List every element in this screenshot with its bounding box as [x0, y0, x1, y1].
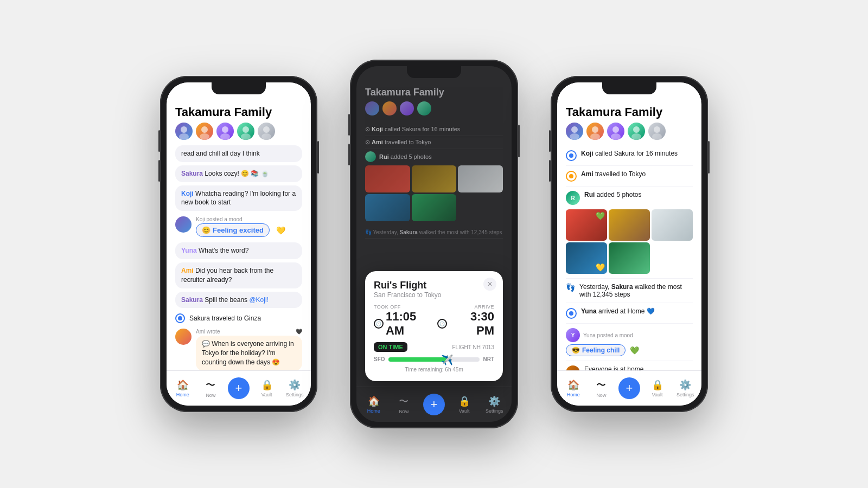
nav-home-2[interactable]: 🏠 Home — [359, 395, 389, 414]
nav-add-1[interactable]: + — [225, 377, 253, 399]
rui-feed-avatar: R — [566, 191, 580, 205]
chat-msg-4: Yuna What's the word? — [175, 242, 302, 259]
nav-now-label-3: Now — [596, 393, 606, 398]
flight-number: FLIGHT NH 7013 — [452, 344, 494, 350]
dark-avatar-2 — [382, 101, 397, 115]
settings-icon-2: ⚙️ — [488, 395, 500, 407]
nav-now-label-1: Now — [206, 393, 215, 398]
svg-point-13 — [590, 133, 600, 140]
close-flight-btn[interactable]: ✕ — [483, 278, 496, 291]
app-header-3: Takamura Family — [557, 101, 701, 143]
feeling-chill-tag: 😎 Feeling chill — [566, 344, 626, 356]
svg-point-16 — [633, 126, 640, 133]
photo-4: 💛 — [566, 242, 607, 274]
add-button-3[interactable]: + — [618, 377, 640, 399]
svg-point-2 — [201, 126, 208, 133]
dark-steps: 👣 Yesterday, Sakura walked the most with… — [365, 227, 503, 239]
steps-icon: 👣 — [566, 283, 575, 292]
nav-settings-label-1: Settings — [286, 392, 304, 397]
notch-3 — [602, 82, 656, 94]
flight-title: Rui's Flight — [374, 280, 494, 291]
dark-avatar-4 — [417, 101, 431, 115]
dark-photo-4 — [365, 194, 410, 221]
svg-point-6 — [242, 126, 249, 133]
dark-title: Takamura Family — [365, 87, 503, 98]
nav-vault-1[interactable]: 🔒 Vault — [253, 379, 281, 397]
on-time-badge: ON TIME — [374, 342, 407, 352]
nav-settings-1[interactable]: ⚙️ Settings — [280, 379, 309, 397]
app-title-3: Takamura Family — [566, 105, 693, 119]
feed-content: Koji called Sakura for 16 minutes Ami tr… — [557, 143, 701, 370]
nav-home-label-1: Home — [176, 392, 189, 397]
p3-avatar-2 — [586, 123, 604, 140]
vault-icon-3: 🔒 — [652, 379, 663, 391]
feed-rui-photos: R Rui added 5 photos 💚 💛 — [566, 187, 693, 279]
nav-add-2[interactable]: + — [419, 394, 449, 415]
p3-avatar-4 — [628, 123, 645, 140]
chat-msg-6: Sakura Spill the beans @Koji! — [175, 292, 302, 309]
home-icon-2: 🏠 — [368, 395, 380, 407]
nav-home-1[interactable]: 🏠 Home — [169, 379, 197, 397]
chat-msg-2: Sakura Looks cozy! 😊 📚 🍵 — [175, 165, 302, 182]
app-header-1: Takamura Family — [167, 101, 311, 143]
dark-photos-grid — [365, 165, 503, 221]
took-off-label: TOOK OFF — [374, 304, 437, 310]
dark-photo-2 — [412, 165, 457, 192]
photo-2 — [609, 209, 650, 241]
nav-settings-3[interactable]: ⚙️ Settings — [671, 379, 699, 397]
yuna-arrived-icon — [566, 308, 577, 319]
bottom-nav-2: 🏠 Home 〜 Now + 🔒 Vault ⚙️ — [356, 387, 512, 422]
home-icon-3: 🏠 — [567, 379, 579, 391]
svg-point-18 — [654, 126, 660, 133]
nav-settings-2[interactable]: ⚙️ Settings — [479, 395, 509, 414]
svg-point-19 — [652, 133, 662, 140]
nav-vault-3[interactable]: 🔒 Vault — [643, 379, 672, 397]
koji-mood-post: Koji posted a mood 😊 Feeling excited 💛 — [175, 214, 302, 239]
nav-now-2[interactable]: 〜 Now — [389, 395, 419, 414]
nav-home-3[interactable]: 🏠 Home — [559, 379, 588, 397]
p3-avatar-3 — [607, 123, 624, 140]
p3-avatar-1 — [566, 123, 583, 140]
dark-rui-photos: Rui added 5 photos — [365, 149, 503, 227]
phone-2: Takamura Family ⊙ Koji called Sakura for… — [350, 60, 518, 428]
bottom-nav-1: 🏠 Home 〜 Now + 🔒 Vault ⚙️ — [167, 370, 311, 406]
nav-settings-label-3: Settings — [676, 392, 694, 397]
p3-avatar-5 — [648, 123, 666, 140]
bottom-nav-3: 🏠 Home 〜 Now + 🔒 Vault ⚙️ — [557, 370, 701, 406]
svg-point-5 — [220, 133, 230, 140]
activity-icon-sakura — [175, 313, 185, 323]
avatar-1 — [175, 123, 193, 140]
from-label: SFO — [374, 356, 385, 362]
clock-icon-1: 🕐 — [374, 319, 384, 329]
time-remaining: Time remaining: 6h 45m — [374, 367, 494, 373]
rui-photos-grid: 💚 💛 — [566, 209, 693, 274]
svg-point-3 — [200, 133, 209, 140]
dark-photo-3 — [458, 165, 503, 192]
photo-5 — [609, 242, 650, 274]
scene: Takamura Family — [0, 60, 868, 428]
svg-point-10 — [571, 126, 578, 133]
avatar-row-3 — [566, 123, 693, 140]
nav-now-3[interactable]: 〜 Now — [588, 378, 616, 398]
settings-icon-3: ⚙️ — [679, 379, 691, 391]
svg-point-17 — [631, 133, 641, 140]
mood-post-label: Koji posted a mood — [196, 216, 302, 222]
flight-card: ✕ Rui's Flight San Francisco to Tokyo TO… — [365, 271, 503, 381]
nav-vault-2[interactable]: 🔒 Vault — [449, 395, 480, 414]
avatar-5 — [258, 123, 275, 140]
nav-now-1[interactable]: 〜 Now — [197, 378, 225, 398]
svg-point-8 — [263, 126, 270, 133]
sakura-activity: Sakura traveled to Ginza — [175, 311, 302, 325]
nav-add-3[interactable]: + — [615, 377, 643, 399]
svg-point-14 — [612, 126, 619, 133]
svg-point-12 — [592, 126, 598, 133]
nav-home-label-3: Home — [567, 392, 580, 397]
nav-settings-label-2: Settings — [486, 408, 503, 414]
photo-3 — [652, 209, 693, 241]
home-avatar: 🏠 — [566, 365, 580, 370]
add-button-1[interactable]: + — [228, 377, 250, 399]
koji-call-icon — [566, 150, 577, 161]
dark-photo-5 — [412, 194, 457, 221]
svg-point-9 — [261, 133, 271, 140]
add-button-2[interactable]: + — [423, 394, 445, 415]
